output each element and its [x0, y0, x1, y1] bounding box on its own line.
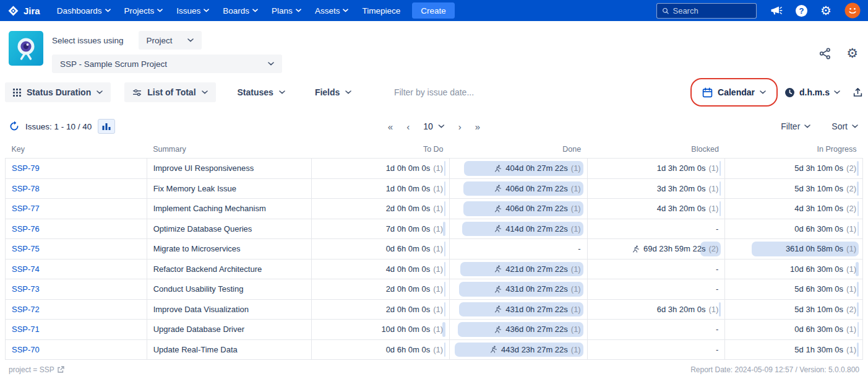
issue-summary: Refactor Backend Architecture [147, 259, 312, 279]
runner-icon [494, 305, 502, 313]
duration-bar [857, 282, 859, 297]
table-row: SSP-71Upgrade Database Driver10d 0h 0m 0… [6, 320, 863, 340]
duration-cell: 4d 3h 20m 0s(1) [587, 199, 725, 219]
external-link-icon[interactable] [57, 366, 64, 373]
chevron-down-icon [852, 124, 858, 128]
page-size-select[interactable]: 10 [423, 121, 445, 131]
issue-key-link[interactable]: SSP-71 [12, 325, 40, 334]
issue-key-link[interactable]: SSP-74 [12, 264, 40, 274]
top-nav: Jira DashboardsProjectsIssuesBoardsPlans… [0, 0, 868, 21]
statuses-button[interactable]: Statuses [230, 82, 293, 102]
last-page-button[interactable]: » [475, 121, 480, 132]
status-count: (1) [433, 244, 443, 253]
table-head-row: KeySummaryTo DoDoneBlockedIn Progress [6, 140, 863, 159]
status-count: (1) [433, 284, 443, 294]
issue-summary: Optimize Database Queries [147, 219, 312, 239]
nav-item-dashboards[interactable]: Dashboards [50, 0, 118, 21]
report-type-button[interactable]: Status Duration [5, 82, 111, 102]
issue-key-link[interactable]: SSP-76 [12, 224, 40, 233]
column-header-blocked[interactable]: Blocked [587, 140, 725, 159]
nav-item-projects[interactable]: Projects [118, 0, 170, 21]
duration-cell: 2d 0h 0m 0s(1) [312, 279, 450, 300]
issue-key-link[interactable]: SSP-77 [12, 204, 40, 213]
user-avatar[interactable] [844, 2, 861, 19]
scope-select[interactable]: Project [139, 31, 202, 50]
nav-item-boards[interactable]: Boards [216, 0, 265, 21]
duration-cell: 2d 0h 0m 0s(1) [312, 299, 450, 320]
column-header-key[interactable]: Key [6, 140, 147, 159]
duration-cell: 0d 6h 30m 0s(1) [725, 219, 863, 239]
next-page-button[interactable]: › [458, 121, 462, 132]
announcements-icon[interactable] [770, 5, 783, 16]
column-header-to-do[interactable]: To Do [312, 140, 450, 159]
duration-bar [719, 302, 721, 317]
nav-item-assets[interactable]: Assets [308, 0, 356, 21]
issue-key-link[interactable]: SSP-70 [12, 345, 40, 354]
list-mode-button[interactable]: List of Total [124, 82, 215, 102]
search-input[interactable] [672, 6, 751, 15]
filter-dropdown[interactable]: Filter [781, 121, 810, 131]
duration-bar [857, 322, 859, 337]
help-icon[interactable]: ? [796, 5, 807, 17]
export-button[interactable] [853, 87, 863, 98]
column-header-in-progress[interactable]: In Progress [725, 140, 863, 159]
nav-search[interactable] [656, 3, 757, 19]
chevron-down-icon [804, 124, 810, 128]
duration-value: 0d 6h 30m 0s [794, 325, 843, 334]
refresh-button[interactable] [9, 121, 20, 132]
duration-cell: - [587, 279, 725, 300]
issue-key-link[interactable]: SSP-78 [12, 184, 40, 193]
time-format-label: d.h.m.s [799, 87, 830, 97]
jira-home-link[interactable]: Jira [7, 5, 40, 17]
nav-item-issues[interactable]: Issues [170, 0, 216, 21]
sort-dropdown[interactable]: Sort [831, 121, 858, 131]
duration-cell: 10d 6h 30m 0s(1) [725, 259, 863, 279]
duration-value: 4d 0h 0m 0s [386, 264, 431, 274]
calendar-button[interactable]: Calendar [696, 82, 772, 103]
issue-key-link[interactable]: SSP-79 [12, 164, 40, 173]
prev-page-button[interactable]: ‹ [406, 121, 410, 132]
duration-cell: - [587, 259, 725, 279]
table-row: SSP-77Implement Caching Mechanism2d 0h 0… [6, 199, 863, 219]
nav-item-plans[interactable]: Plans [265, 0, 308, 21]
scope-select-value: Project [147, 36, 173, 45]
duration-cell: 5d 1h 30m 0s(1) [725, 339, 863, 360]
issue-key-link[interactable]: SSP-72 [12, 305, 40, 314]
status-count: (2) [846, 204, 856, 213]
issue-summary: Conduct Usability Testing [147, 279, 312, 300]
report-settings-gear-icon[interactable]: ⚙ [846, 47, 858, 60]
table-row: SSP-75Migrate to Microservices0d 6h 0m 0… [6, 239, 863, 260]
status-count: (1) [708, 204, 718, 213]
first-page-button[interactable]: « [388, 121, 393, 132]
runner-icon [490, 346, 497, 353]
table-body: SSP-79Improve UI Responsiveness1d 0h 0m … [6, 159, 863, 360]
status-count: (2) [846, 164, 856, 173]
column-header-summary[interactable]: Summary [147, 140, 312, 159]
issue-summary: Improve Data Visualization [147, 299, 312, 320]
time-format-button[interactable]: d.h.m.s [784, 87, 840, 98]
duration-bar [857, 302, 859, 317]
chart-view-button[interactable] [98, 119, 115, 134]
chevron-down-icon [760, 90, 766, 94]
project-select[interactable]: SSP - Sample Scrum Project [52, 55, 282, 73]
issue-key-link[interactable]: SSP-75 [12, 244, 40, 253]
duration-cell: 404d 0h 27m 22s(1) [450, 159, 588, 179]
table-row: SSP-72Improve Data Visualization2d 0h 0m… [6, 299, 863, 320]
create-button[interactable]: Create [412, 2, 455, 19]
fields-button[interactable]: Fields [307, 82, 359, 102]
issue-key-link[interactable]: SSP-73 [12, 284, 40, 294]
status-count: (1) [846, 224, 856, 233]
nav-item-timepiece[interactable]: Timepiece [355, 0, 407, 21]
duration-cell: 3d 3h 20m 0s(1) [587, 178, 725, 199]
duration-value: 4d 3h 20m 0s [657, 204, 706, 213]
nav-item-label: Timepiece [362, 6, 400, 15]
duration-cell: 5d 3h 10m 0s(2) [725, 299, 863, 320]
settings-gear-icon[interactable]: ⚙ [820, 4, 831, 17]
empty-duration: - [716, 264, 718, 274]
column-header-done[interactable]: Done [450, 140, 588, 159]
report-header: Select issues using Project SSP - Sample… [0, 21, 868, 79]
share-icon[interactable] [819, 47, 831, 60]
issue-date-filter[interactable]: Filter by issue date... [394, 87, 474, 97]
issue-summary: Improve UI Responsiveness [147, 159, 312, 179]
duration-bar [857, 222, 859, 237]
